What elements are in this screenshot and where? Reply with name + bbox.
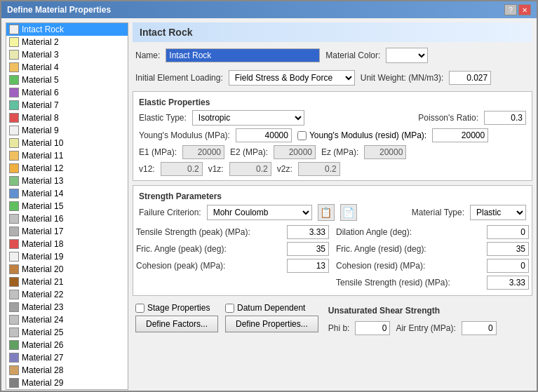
unit-weight-input[interactable]: [449, 71, 491, 85]
material-color-label: Material Color:: [325, 50, 380, 60]
list-item[interactable]: Material 7: [6, 99, 128, 111]
tensile-resid-label: Tensile Strength (resid) (MPa):: [336, 278, 450, 288]
material-name: Material 10: [22, 138, 63, 148]
list-item[interactable]: Material 29: [6, 377, 128, 389]
list-item[interactable]: Material 24: [6, 313, 128, 326]
initial-loading-label: Initial Element Loading:: [135, 73, 223, 83]
material-list[interactable]: Intact RockMaterial 2Material 3Material …: [6, 23, 128, 389]
youngs-resid-checkbox[interactable]: [297, 131, 307, 140]
color-swatch: [9, 340, 19, 350]
list-item[interactable]: Material 12: [6, 162, 128, 175]
list-item[interactable]: Material 28: [6, 364, 128, 377]
phi-b-row: Phi b: Air Entry (MPa):: [325, 320, 530, 337]
elastic-type-select[interactable]: Isotropic Transversely Isotropic Orthotr…: [192, 110, 304, 126]
list-item[interactable]: Material 5: [6, 74, 128, 86]
datum-dep-checkbox[interactable]: [225, 304, 234, 313]
material-name: Material 16: [22, 214, 63, 224]
list-item[interactable]: Material 19: [6, 250, 128, 263]
e1-input[interactable]: [182, 145, 224, 159]
cohesion-resid-input[interactable]: [487, 259, 529, 273]
list-item[interactable]: Material 13: [6, 175, 128, 187]
initial-loading-select[interactable]: Field Stress & Body Force: [229, 70, 355, 86]
dialog-title: Define Material Properties: [7, 5, 111, 15]
tensile-peak-input[interactable]: [287, 225, 329, 239]
material-name: Material 17: [22, 227, 63, 236]
v12-input[interactable]: [161, 162, 203, 176]
youngs-input[interactable]: [236, 128, 292, 142]
e1-row: E1 (MPa): E2 (MPa): Ez (MPa):: [136, 144, 529, 161]
tensile-resid-input[interactable]: [487, 276, 529, 290]
color-swatch: [9, 214, 19, 224]
list-item[interactable]: Material 18: [6, 238, 128, 250]
list-item[interactable]: Material 20: [6, 263, 128, 276]
poissons-input[interactable]: [484, 111, 526, 125]
color-swatch: [9, 126, 19, 135]
stage-props-checkbox[interactable]: [135, 304, 144, 313]
stage-props-label[interactable]: Stage Properties: [135, 303, 218, 313]
list-item[interactable]: Material 23: [6, 301, 128, 313]
color-swatch: [9, 62, 19, 72]
name-input[interactable]: [166, 48, 320, 62]
close-button[interactable]: ✕: [518, 4, 531, 15]
icon-btn-2[interactable]: 📄: [340, 204, 357, 221]
fric-resid-input[interactable]: [487, 242, 529, 256]
tensile-peak-row: Tensile Strength (peak) (MPa):: [136, 225, 329, 239]
color-swatch: [9, 290, 19, 299]
material-name: Material 3: [22, 50, 59, 60]
list-item[interactable]: Material 9: [6, 124, 128, 137]
icon-btn-1[interactable]: 📋: [318, 204, 335, 221]
dilation-input[interactable]: [487, 225, 529, 239]
list-item[interactable]: Material 8: [6, 111, 128, 124]
material-list-panel: Intact RockMaterial 2Material 3Material …: [6, 22, 128, 390]
failure-select[interactable]: Mohr Coulomb Drucker-Prager Hoek-Brown: [207, 205, 312, 220]
youngs-resid-input[interactable]: [432, 128, 488, 142]
phi-b-input[interactable]: [355, 321, 390, 335]
list-item[interactable]: Material 27: [6, 351, 128, 364]
color-swatch: [9, 315, 19, 325]
v2z-input[interactable]: [298, 162, 340, 176]
fric-peak-input[interactable]: [287, 242, 329, 256]
list-item[interactable]: Material 4: [6, 61, 128, 74]
list-item[interactable]: Material 17: [6, 225, 128, 238]
ez-input[interactable]: [364, 145, 406, 159]
e2-input[interactable]: [274, 145, 316, 159]
fric-peak-label: Fric. Angle (peak) (deg):: [136, 244, 227, 254]
list-item[interactable]: Material 16: [6, 212, 128, 225]
list-item[interactable]: Material 15: [6, 200, 128, 212]
material-name: Material 24: [22, 315, 63, 325]
material-type-label: Material Type:: [412, 208, 464, 217]
define-factors-button[interactable]: Define Factors...: [135, 316, 218, 332]
material-name: Material 29: [22, 378, 63, 388]
list-item[interactable]: Material 2: [6, 36, 128, 48]
material-name: Material 19: [22, 252, 63, 262]
list-item[interactable]: Material 25: [6, 326, 128, 339]
define-props-button[interactable]: Define Properties...: [225, 316, 318, 332]
list-item[interactable]: Material 26: [6, 339, 128, 351]
color-swatch: [9, 25, 19, 34]
datum-dep-label[interactable]: Datum Dependent: [225, 303, 318, 313]
color-swatch: [9, 277, 19, 287]
list-item[interactable]: Material 21: [6, 276, 128, 288]
v1z-label: v1z:: [208, 164, 224, 174]
material-color-select[interactable]: [386, 48, 428, 63]
list-item[interactable]: Material 10: [6, 137, 128, 149]
youngs-resid-check-label[interactable]: Young's Modulus (resid) (MPa):: [297, 130, 426, 140]
air-entry-input[interactable]: [462, 321, 497, 335]
list-item[interactable]: Material 14: [6, 187, 128, 200]
strength-section: Strength Parameters Failure Criterion: M…: [133, 185, 532, 296]
list-item[interactable]: Material 22: [6, 288, 128, 301]
properties-panel: Intact Rock Name: Material Color: Initia…: [133, 22, 532, 390]
cohesion-peak-input[interactable]: [287, 259, 329, 273]
material-name: Material 15: [22, 201, 63, 211]
left-options: Stage Properties Define Factors...: [135, 303, 218, 332]
material-name: Material 12: [22, 163, 63, 173]
list-item[interactable]: Material 3: [6, 48, 128, 61]
list-item[interactable]: Material 6: [6, 86, 128, 99]
list-item[interactable]: Material 11: [6, 149, 128, 162]
help-button[interactable]: ?: [504, 4, 517, 15]
list-item[interactable]: Intact Rock: [6, 23, 128, 36]
v1z-input[interactable]: [229, 162, 271, 176]
elastic-type-row: Elastic Type: Isotropic Transversely Iso…: [136, 109, 529, 127]
failure-label: Failure Criterion:: [139, 208, 201, 217]
material-type-select[interactable]: Plastic Elastic: [470, 205, 526, 220]
